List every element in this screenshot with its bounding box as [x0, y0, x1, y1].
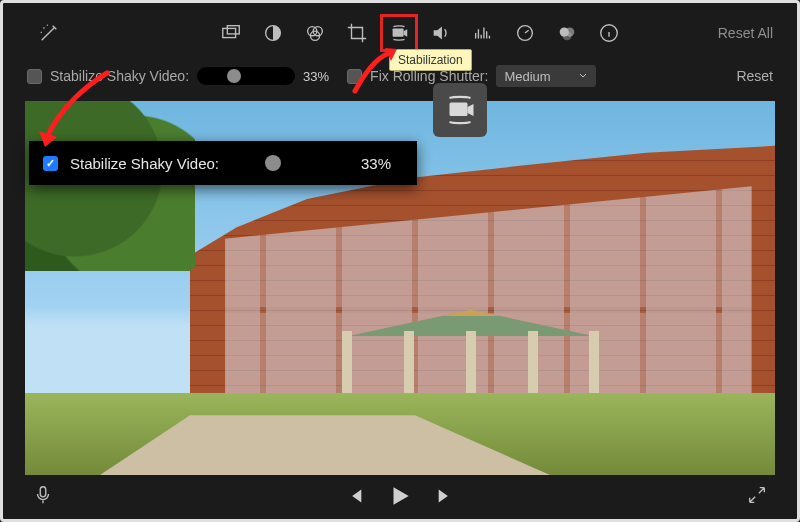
stabilize-percent-enlarged: 33%	[361, 155, 391, 172]
prev-button[interactable]	[343, 485, 365, 507]
magic-wand-icon[interactable]	[35, 19, 63, 47]
annotation-arrow-to-checkbox	[33, 67, 123, 161]
info-icon[interactable]	[595, 19, 623, 47]
overlay-icon[interactable]	[217, 19, 245, 47]
volume-icon[interactable]	[427, 19, 455, 47]
speed-icon[interactable]	[511, 19, 539, 47]
color-balance-icon[interactable]	[259, 19, 287, 47]
svg-rect-1	[227, 26, 239, 34]
stabilize-slider-enlarged[interactable]	[231, 152, 349, 174]
svg-rect-15	[40, 487, 46, 497]
next-button[interactable]	[435, 485, 457, 507]
stabilize-percent: 33%	[303, 69, 329, 84]
svg-point-10	[562, 31, 571, 40]
stabilize-slider[interactable]	[197, 67, 295, 85]
crop-icon[interactable]	[343, 19, 371, 47]
top-toolbar: Reset All	[3, 17, 797, 49]
stabilization-icon[interactable]	[385, 19, 413, 47]
svg-rect-6	[393, 28, 404, 36]
svg-rect-0	[223, 28, 236, 37]
playback-controls	[3, 479, 797, 513]
svg-rect-12	[450, 103, 468, 117]
play-button[interactable]	[387, 483, 413, 509]
stabilization-icon-large	[433, 83, 487, 137]
reset-button[interactable]: Reset	[736, 68, 773, 84]
annotation-arrow-to-icon	[347, 47, 407, 101]
microphone-icon[interactable]	[29, 481, 57, 509]
noise-reduction-icon[interactable]	[469, 19, 497, 47]
fix-rolling-value: Medium	[504, 69, 550, 84]
chevron-down-icon	[578, 71, 588, 81]
filters-icon[interactable]	[553, 19, 581, 47]
color-correction-icon[interactable]	[301, 19, 329, 47]
reset-all-button[interactable]: Reset All	[718, 25, 773, 41]
expand-icon[interactable]	[743, 481, 771, 509]
imovie-stabilization-panel: Reset All Stabilize Shaky Video: 33% Fix…	[0, 0, 800, 522]
fix-rolling-dropdown[interactable]: Medium	[496, 65, 596, 87]
